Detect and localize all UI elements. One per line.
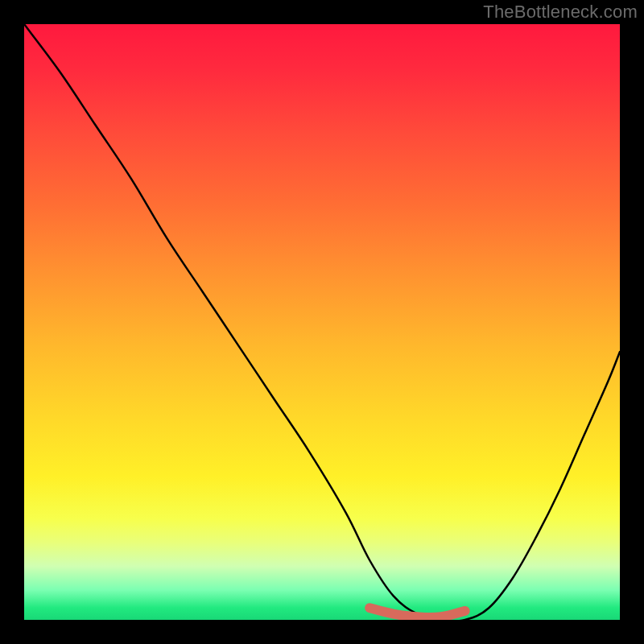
watermark-text: TheBottleneck.com	[483, 2, 638, 23]
plot-area	[24, 24, 620, 620]
background-gradient	[24, 24, 620, 620]
chart-root: TheBottleneck.com	[0, 0, 644, 644]
